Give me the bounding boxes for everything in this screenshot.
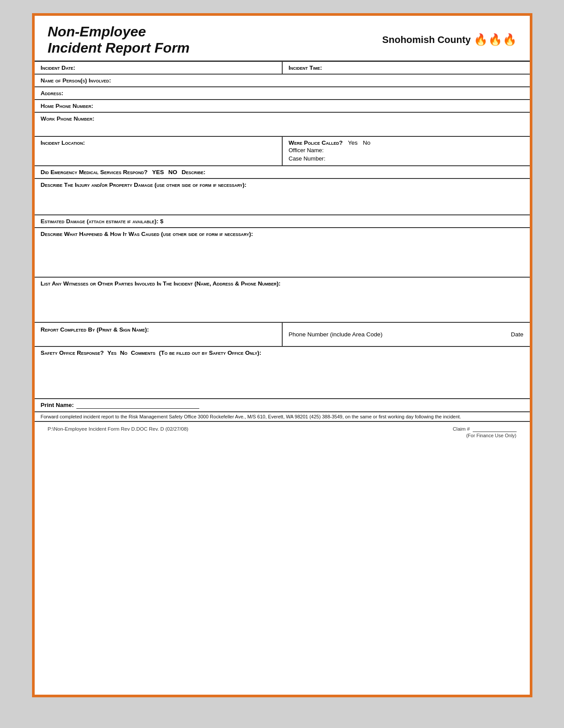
logo-flames: 🔥 🔥 🔥 [474, 33, 517, 46]
describe-what-happened-row: Describe What Happened & How It Was Caus… [35, 228, 530, 278]
case-number-row: Case Number: [289, 154, 524, 163]
police-header: Were Police Called? Yes No [289, 139, 524, 146]
form-page: Non-Employee Incident Report Form Snohom… [32, 13, 532, 697]
phone-date-cell: Phone Number (include Area Code) Date [283, 328, 530, 341]
address-row: Address: [35, 87, 530, 100]
logo: Snohomish County 🔥 🔥 🔥 [382, 33, 517, 46]
footer-doc-info: P:\Non-Employee Incident Form Rev D.DOC … [48, 426, 189, 438]
location-police-row: Incident Location: Were Police Called? Y… [35, 137, 530, 166]
safety-comments-area [41, 356, 524, 396]
date-time-row: Incident Date: Incident Time: [35, 62, 530, 75]
incident-date-cell: Incident Date: [35, 62, 283, 74]
page-footer: P:\Non-Employee Incident Form Rev D.DOC … [35, 422, 530, 443]
claim-underline [473, 426, 517, 432]
police-cell: Were Police Called? Yes No Officer Name:… [283, 137, 530, 165]
claim-box: Claim # (For Finance Use Only) [453, 426, 517, 438]
print-name-underline [76, 402, 199, 409]
report-completed-row: Report Completed By (Print & Sign Name):… [35, 323, 530, 347]
footer-note: Forward completed incident report to the… [35, 412, 530, 422]
form-body: Incident Date: Incident Time: Name of Pe… [35, 62, 530, 422]
form-title: Non-Employee Incident Report Form [48, 24, 190, 56]
safety-row: Safety Office Response? Yes No Comments … [35, 347, 530, 399]
flame-icon-red: 🔥 [474, 33, 488, 46]
incident-location-cell: Incident Location: [35, 137, 283, 165]
incident-time-cell: Incident Time: [283, 62, 530, 74]
work-phone-row: Work Phone Number: [35, 113, 530, 137]
witnesses-row: List Any Witnesses or Other Parties Invo… [35, 278, 530, 323]
estimated-damage-row: Estimated Damage (attach estimate if ava… [35, 215, 530, 228]
form-header: Non-Employee Incident Report Form Snohom… [35, 16, 530, 62]
print-name-row: Print Name: [35, 399, 530, 412]
flame-icon-gold: 🔥 [503, 33, 517, 46]
safety-header: Safety Office Response? Yes No Comments … [41, 350, 524, 356]
officer-name-row: Officer Name: [289, 146, 524, 154]
flame-icon-blue: 🔥 [488, 33, 502, 46]
claim-line: Claim # [453, 426, 517, 432]
home-phone-row: Home Phone Number: [35, 100, 530, 113]
name-row: Name of Person(s) Involved: [35, 75, 530, 87]
describe-injury-row: Describe The Injury and/or Property Dama… [35, 179, 530, 215]
report-completed-cell: Report Completed By (Print & Sign Name): [35, 323, 283, 346]
print-name-line: Print Name: [41, 402, 524, 409]
finance-label: (For Finance Use Only) [453, 433, 517, 438]
emergency-row: Did Emergency Medical Services Respond? … [35, 166, 530, 179]
